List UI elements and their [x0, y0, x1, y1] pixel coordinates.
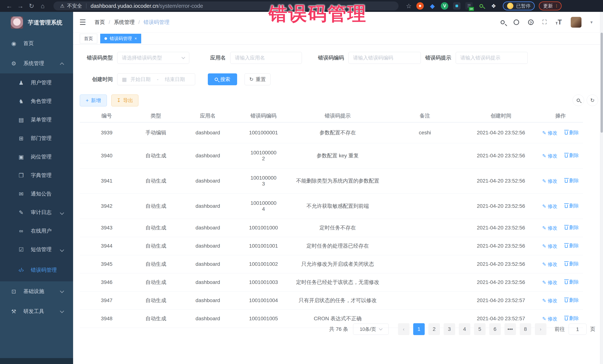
edit-label: 修改 [548, 225, 557, 231]
filter-hint-input[interactable]: 请输入错误码提示 [456, 52, 528, 64]
tag-close-icon[interactable]: × [135, 36, 137, 41]
edit-link[interactable]: ✎ 修改 [542, 298, 557, 304]
edit-link[interactable]: ✎ 修改 [542, 261, 557, 268]
edit-link[interactable]: ✎ 修改 [542, 279, 557, 286]
github-icon[interactable] [514, 20, 519, 25]
sidebar-menu-item[interactable]: ▣岗位管理 [0, 147, 73, 166]
extension-grid-icon[interactable] [453, 2, 461, 10]
font-size-icon[interactable]: ᴛT [556, 18, 562, 26]
delete-link[interactable]: 删除 [565, 279, 579, 285]
col-msg: 错误码提示 [290, 109, 386, 122]
refresh-table-button[interactable]: ↻ [587, 95, 598, 106]
scrollbar-thumb[interactable] [601, 33, 603, 133]
breadcrumb-home[interactable]: 首页 [95, 19, 105, 26]
help-icon[interactable]: ? [528, 20, 533, 25]
extension-gem-icon[interactable]: ◆ [429, 2, 436, 10]
edit-pencil-icon: ✎ [542, 203, 546, 209]
page-number-button[interactable]: 1 [413, 323, 425, 335]
avatar-caret-icon[interactable]: ▾ [590, 20, 593, 25]
breadcrumb-system[interactable]: 系统管理 [114, 19, 135, 26]
tag-item[interactable]: 错误码管理 × [100, 34, 141, 43]
page-number-button[interactable]: 6 [489, 323, 501, 335]
search-button[interactable]: 搜索 [208, 73, 237, 85]
delete-link[interactable]: 删除 [565, 152, 579, 159]
extensions-puzzle-icon[interactable]: ❖ [490, 2, 497, 10]
sidebar-menu-item[interactable]: ✎审计日志 [0, 203, 73, 222]
extension-ubuntu-icon[interactable] [416, 2, 424, 10]
toggle-search-button[interactable] [573, 95, 584, 106]
filter-hint-placeholder: 请输入错误码提示 [460, 55, 523, 61]
sidebar-menu-item[interactable]: ⊡基础设施 [0, 281, 73, 301]
bookmark-star-icon[interactable]: ☆ [406, 2, 412, 10]
sidebar-menu-item[interactable]: ▤菜单管理 [0, 110, 73, 129]
sidebar-menu-item[interactable]: ⚙系统管理 [0, 53, 73, 73]
sidebar-menu-item[interactable]: ⊞部门管理 [0, 129, 73, 147]
page-number-button[interactable]: 4 [459, 323, 470, 335]
filter-code-placeholder: 请输入错误码编码 [353, 55, 416, 61]
fullscreen-icon[interactable]: ⛶ [543, 19, 547, 26]
extension-list-icon[interactable]: ☰ on [465, 2, 473, 10]
filter-code-input[interactable]: 请输入错误码编码 [348, 52, 421, 64]
delete-link[interactable]: 删除 [565, 177, 579, 184]
page-number-button[interactable]: ••• [504, 323, 516, 335]
delete-link[interactable]: 删除 [565, 297, 579, 303]
chevron-down-icon [60, 309, 64, 313]
delete-link[interactable]: 删除 [565, 129, 579, 136]
browser-back-icon[interactable]: ← [4, 2, 15, 10]
edit-link[interactable]: ✎ 修改 [542, 178, 557, 184]
delete-link[interactable]: 删除 [565, 243, 579, 249]
menu-item-label: 系统管理 [23, 60, 44, 67]
edit-label: 修改 [548, 153, 557, 159]
extension-key-icon[interactable] [477, 2, 485, 10]
next-page-button[interactable]: › [535, 323, 546, 335]
delete-link[interactable]: 删除 [565, 315, 579, 321]
download-icon: ↧ [117, 98, 121, 103]
filter-date-range[interactable]: ▦ 开始日期 - 结束日期 [117, 73, 195, 85]
page-number-button[interactable]: 2 [429, 323, 440, 335]
sidebar-menu-item[interactable]: ◉首页 [0, 33, 73, 53]
sidebar-collapse-strip[interactable] [0, 358, 73, 364]
cell-actions: ✎ 修改 删除 [538, 219, 583, 237]
sidebar-menu-item[interactable]: ∞在线用户 [0, 222, 73, 240]
page-number-button[interactable]: 3 [444, 323, 455, 335]
page-number-button[interactable]: 5 [474, 323, 486, 335]
browser-forward-icon[interactable]: → [15, 2, 26, 10]
reset-button[interactable]: ↻ 重置 [244, 73, 270, 85]
cell-app: dashboard [178, 255, 237, 273]
tag-item[interactable]: 首页 [80, 34, 97, 43]
edit-link[interactable]: ✎ 修改 [542, 243, 557, 249]
delete-link[interactable]: 删除 [565, 224, 579, 231]
hamburger-icon[interactable]: ☰ [79, 18, 86, 26]
browser-profile-chip[interactable]: 已暂停 [503, 1, 535, 10]
edit-link[interactable]: ✎ 修改 [542, 316, 557, 322]
edit-link[interactable]: ✎ 修改 [542, 130, 557, 136]
browser-menu-dots-icon[interactable]: ⁝ [556, 3, 557, 9]
filter-type-select[interactable]: 请选择错误码类型 [117, 52, 189, 64]
user-avatar[interactable] [571, 17, 581, 28]
sidebar-menu-item[interactable]: ⚒研发工具 [0, 301, 73, 321]
add-button[interactable]: + 新增 [80, 95, 107, 106]
sidebar-menu-item[interactable]: ☑短信管理 [0, 240, 73, 259]
page-size-select[interactable]: 10条/页 [353, 324, 389, 335]
delete-link[interactable]: 删除 [565, 203, 579, 209]
header-search-icon[interactable] [500, 20, 505, 24]
edit-link[interactable]: ✎ 修改 [542, 153, 557, 159]
extension-v-icon[interactable]: V [441, 2, 448, 10]
sidebar-menu-item[interactable]: ♞角色管理 [0, 92, 73, 110]
sidebar-menu-item[interactable]: ❐字典管理 [0, 166, 73, 185]
prev-page-button[interactable]: ‹ [398, 323, 409, 335]
goto-page-input[interactable]: 1 [569, 324, 587, 335]
delete-link[interactable]: 删除 [565, 261, 579, 267]
export-button[interactable]: ↧ 导出 [111, 95, 139, 106]
scrollbar-track[interactable] [600, 12, 603, 364]
sidebar-menu-item[interactable]: ♟用户管理 [0, 73, 73, 92]
browser-home-icon[interactable]: ⌂ [37, 2, 48, 10]
edit-link[interactable]: ✎ 修改 [542, 225, 557, 231]
filter-app-input[interactable]: 请输入应用名 [230, 52, 302, 64]
sidebar-menu-item[interactable]: ✉通知公告 [0, 185, 73, 203]
edit-link[interactable]: ✎ 修改 [542, 203, 557, 210]
browser-reload-icon[interactable]: ↻ [26, 2, 37, 10]
page-number-button[interactable]: 8 [520, 323, 531, 335]
browser-update-button[interactable]: 更新 ⁝ [539, 1, 561, 10]
sidebar-menu-item[interactable]: ‹/›错误码管理 [0, 259, 73, 281]
